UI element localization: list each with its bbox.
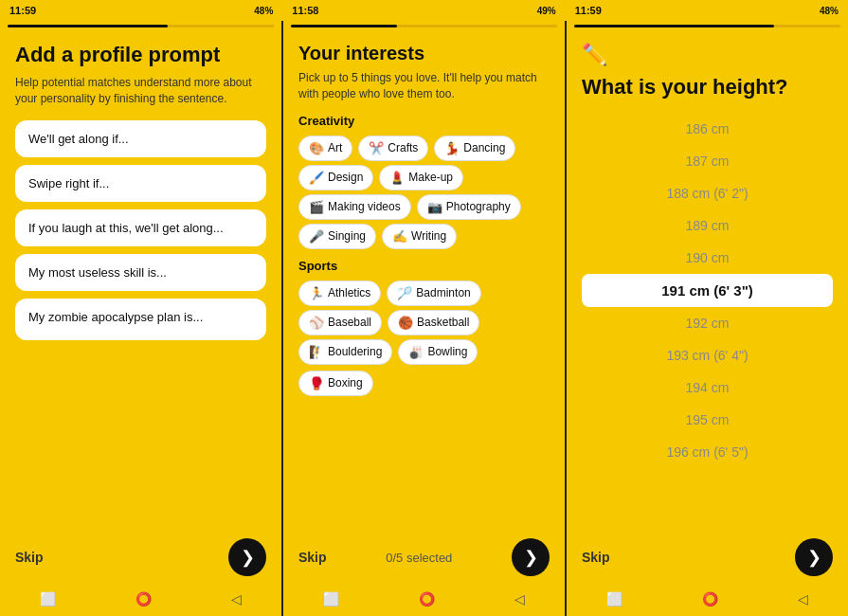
- height-194[interactable]: 194 cm: [582, 371, 833, 404]
- status-panel-1: 11:59 48%: [0, 0, 282, 21]
- basketball-label: Basketball: [417, 316, 469, 329]
- time-3: 11:59: [575, 5, 602, 16]
- battery-1: 48%: [254, 6, 273, 16]
- skip-button-3[interactable]: Skip: [582, 550, 610, 565]
- tag-making-videos[interactable]: 🎬Making videos: [298, 194, 411, 220]
- height-191[interactable]: 191 cm (6' 3"): [582, 274, 833, 307]
- interests-subtitle: Pick up to 5 things you love. It'll help…: [298, 70, 550, 102]
- progress-bar-2: [291, 25, 557, 27]
- time-2: 11:58: [292, 5, 318, 16]
- progress-fill-1: [8, 25, 168, 27]
- sports-tags-3: 🧗Bouldering 🎳Bowling 🥊Boxing: [298, 339, 550, 396]
- tag-makeup[interactable]: 💄Make-up: [379, 165, 463, 190]
- height-193[interactable]: 193 cm (6' 4"): [582, 339, 833, 371]
- height-screen: ✏️ What is your height? 186 cm 187 cm 18…: [567, 21, 848, 533]
- prompt-item-3[interactable]: If you laugh at this, we'll get along...: [15, 209, 266, 246]
- baseball-emoji: ⚾: [309, 316, 324, 330]
- tag-basketball[interactable]: 🏀Basketball: [388, 310, 479, 335]
- bottom-panel-1: Skip ❯: [0, 533, 283, 582]
- photography-emoji: 📷: [427, 200, 442, 214]
- profile-prompt-screen: Add a profile prompt Help potential matc…: [0, 21, 283, 533]
- prompt-item-2[interactable]: Swipe right if...: [15, 165, 266, 202]
- bottom-bar: Skip ❯ Skip 0/5 selected ❯ Skip ❯: [0, 533, 848, 582]
- progress-fill-2: [291, 25, 397, 27]
- tag-singing[interactable]: 🎤Singing: [298, 224, 376, 249]
- skip-button-1[interactable]: Skip: [15, 550, 44, 565]
- tag-dancing[interactable]: 💃Dancing: [434, 136, 515, 161]
- prompt-subtitle: Help potential matches understand more a…: [15, 75, 266, 107]
- basketball-emoji: 🏀: [398, 316, 413, 330]
- creativity-tags-3: 🎬Making videos 📷Photography: [298, 194, 550, 220]
- home-icon-2[interactable]: ⬜: [323, 591, 339, 607]
- design-emoji: 🖌️: [309, 171, 324, 185]
- writing-emoji: ✍️: [392, 229, 407, 244]
- tag-badminton[interactable]: 🏸Badminton: [387, 281, 480, 306]
- height-188[interactable]: 188 cm (6' 2"): [582, 177, 833, 209]
- category-sports: Sports: [298, 259, 550, 273]
- tag-crafts[interactable]: ✂️Crafts: [358, 136, 428, 161]
- badminton-emoji: 🏸: [397, 286, 412, 300]
- tag-bowling[interactable]: 🎳Bowling: [398, 339, 478, 365]
- dancing-label: Dancing: [463, 141, 505, 154]
- boxing-label: Boxing: [328, 376, 363, 390]
- badminton-label: Badminton: [416, 286, 470, 299]
- bowling-emoji: 🎳: [408, 345, 424, 359]
- selected-count: 0/5 selected: [386, 551, 452, 565]
- height-192[interactable]: 192 cm: [582, 307, 833, 339]
- home-icon-1[interactable]: ⬜: [40, 591, 56, 607]
- nav-panel-3: ⬜ ⭕ ◁: [567, 582, 848, 616]
- tag-bouldering[interactable]: 🧗Bouldering: [298, 339, 392, 365]
- singing-emoji: 🎤: [309, 229, 324, 244]
- nav-panel-2: ⬜ ⭕ ◁: [283, 582, 567, 616]
- circle-icon-3[interactable]: ⭕: [702, 591, 718, 607]
- crafts-emoji: ✂️: [369, 141, 384, 155]
- tag-baseball[interactable]: ⚾Baseball: [298, 310, 382, 335]
- battery-3: 48%: [820, 6, 839, 16]
- status-bar: 11:59 48% 11:58 49% 11:59 48%: [0, 0, 848, 21]
- back-icon-2[interactable]: ◁: [514, 591, 525, 607]
- height-187[interactable]: 187 cm: [582, 145, 833, 177]
- prompt-item-1[interactable]: We'll get along if...: [15, 120, 266, 157]
- making-videos-label: Making videos: [328, 200, 401, 213]
- height-190[interactable]: 190 cm: [582, 242, 833, 274]
- makeup-emoji: 💄: [389, 171, 405, 185]
- tag-photography[interactable]: 📷Photography: [417, 194, 521, 220]
- bouldering-label: Bouldering: [328, 345, 382, 358]
- back-icon-1[interactable]: ◁: [231, 591, 242, 607]
- height-189[interactable]: 189 cm: [582, 209, 833, 242]
- athletics-emoji: 🏃: [309, 286, 324, 300]
- photography-label: Photography: [446, 200, 511, 213]
- tag-boxing[interactable]: 🥊Boxing: [298, 371, 373, 396]
- bottom-panel-2: Skip 0/5 selected ❯: [283, 533, 567, 582]
- baseball-label: Baseball: [328, 316, 371, 329]
- next-button-1[interactable]: ❯: [228, 538, 266, 576]
- tag-athletics[interactable]: 🏃Athletics: [298, 281, 381, 306]
- next-button-2[interactable]: ❯: [512, 538, 550, 576]
- tag-art[interactable]: 🎨Art: [298, 136, 352, 161]
- athletics-label: Athletics: [328, 286, 370, 299]
- nav-panel-1: ⬜ ⭕ ◁: [0, 582, 283, 616]
- progress-bar-1: [8, 25, 274, 27]
- time-1: 11:59: [9, 5, 36, 16]
- tag-writing[interactable]: ✍️Writing: [382, 224, 457, 249]
- prompt-title: Add a profile prompt: [15, 43, 266, 67]
- home-icon-3[interactable]: ⬜: [606, 591, 622, 607]
- prompt-item-4[interactable]: My most useless skill is...: [15, 254, 266, 291]
- singing-label: Singing: [328, 229, 366, 243]
- circle-icon-1[interactable]: ⭕: [135, 591, 152, 607]
- creativity-tags-4: 🎤Singing ✍️Writing: [298, 224, 550, 249]
- height-195[interactable]: 195 cm: [582, 404, 833, 436]
- height-title: What is your height?: [582, 75, 833, 100]
- status-panel-2: 11:58 49%: [282, 0, 565, 21]
- height-list: 186 cm 187 cm 188 cm (6' 2") 189 cm 190 …: [582, 113, 833, 468]
- circle-icon-2[interactable]: ⭕: [419, 591, 435, 607]
- height-196[interactable]: 196 cm (6' 5"): [582, 436, 833, 468]
- prompt-item-5[interactable]: My zombie apocalypse plan is...: [15, 299, 266, 340]
- next-button-3[interactable]: ❯: [795, 538, 833, 576]
- skip-button-2[interactable]: Skip: [298, 550, 327, 565]
- back-icon-3[interactable]: ◁: [798, 591, 808, 607]
- category-creativity: Creativity: [298, 114, 550, 128]
- tag-design[interactable]: 🖌️Design: [298, 165, 373, 190]
- boxing-emoji: 🥊: [309, 376, 324, 390]
- height-186[interactable]: 186 cm: [582, 113, 833, 145]
